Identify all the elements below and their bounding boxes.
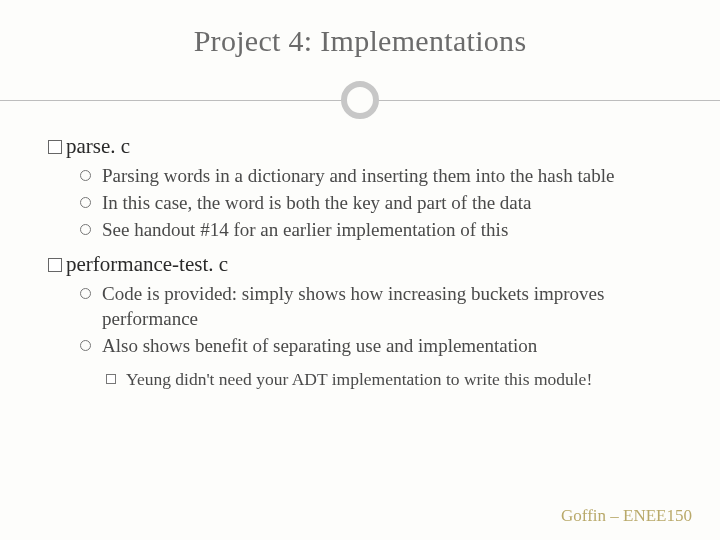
section-heading: parse. c [48, 134, 672, 159]
list-item: See handout #14 for an earlier implement… [80, 217, 672, 242]
list-item: Code is provided: simply shows how incre… [80, 281, 672, 331]
section-heading-text: parse. c [66, 134, 130, 158]
square-bullet-icon [48, 258, 62, 272]
square-bullet-icon [48, 140, 62, 154]
title-divider [44, 80, 676, 120]
content-area: parse. c Parsing words in a dictionary a… [44, 134, 676, 392]
sub-bullet-list: Yeung didn't need your ADT implementatio… [106, 368, 672, 392]
slide: Project 4: Implementations parse. c Pars… [0, 0, 720, 540]
list-item: In this case, the word is both the key a… [80, 190, 672, 215]
list-item: Also shows benefit of separating use and… [80, 333, 672, 358]
slide-title: Project 4: Implementations [44, 24, 676, 58]
bullet-list: Code is provided: simply shows how incre… [80, 281, 672, 358]
divider-circle-icon [341, 81, 379, 119]
section-heading-text: performance-test. c [66, 252, 228, 276]
list-item: Parsing words in a dictionary and insert… [80, 163, 672, 188]
section-heading: performance-test. c [48, 252, 672, 277]
list-item: Yeung didn't need your ADT implementatio… [106, 368, 672, 392]
bullet-list: Parsing words in a dictionary and insert… [80, 163, 672, 242]
footer-text: Goffin – ENEE150 [561, 506, 692, 526]
